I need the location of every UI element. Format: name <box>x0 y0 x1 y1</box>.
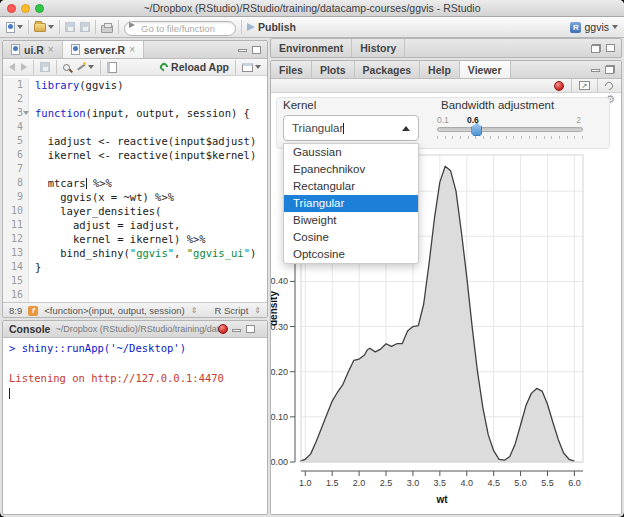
tab-ui-r[interactable]: ui.R × <box>3 41 63 58</box>
close-window-button[interactable] <box>7 4 16 13</box>
bandwidth-slider[interactable]: 0.1 0.6 2 <box>437 115 583 143</box>
restore-pane-icon[interactable] <box>591 44 601 53</box>
code-text <box>29 288 35 302</box>
stop-app-icon[interactable] <box>554 81 564 91</box>
minimize-pane-icon[interactable] <box>238 49 247 52</box>
line-number: 3 <box>3 106 29 120</box>
kernel-option[interactable]: Triangular <box>284 195 418 212</box>
save-button[interactable] <box>65 22 75 32</box>
kernel-option[interactable]: Gaussian <box>284 144 418 161</box>
save-source-button[interactable] <box>40 62 50 72</box>
new-file-button[interactable] <box>6 22 23 33</box>
slider-track[interactable] <box>437 127 583 132</box>
kernel-option[interactable]: Biweight <box>284 212 418 229</box>
line-number: 4 <box>3 120 29 134</box>
kernel-option[interactable]: Epanechnikov <box>284 161 418 178</box>
kernel-option[interactable]: Cosine <box>284 229 418 246</box>
console-output[interactable]: > shiny::runApp('~/Desktop') Listening o… <box>3 338 267 404</box>
code-tools-button[interactable] <box>76 62 94 72</box>
code-text: library(ggvis) <box>29 78 124 92</box>
code-line[interactable]: 16 <box>3 288 267 302</box>
maximize-pane-icon[interactable] <box>246 325 255 333</box>
save-all-button[interactable] <box>80 22 90 32</box>
forward-icon[interactable] <box>21 63 27 71</box>
file-type-chevrons-icon: ⇕ <box>254 306 261 315</box>
tab-help[interactable]: Help <box>420 61 460 78</box>
tab-label: Plots <box>320 64 346 76</box>
console-title[interactable]: Console <box>9 323 50 335</box>
toolbar-separator <box>100 60 101 74</box>
run-options-button[interactable] <box>242 63 261 72</box>
code-text <box>29 120 35 134</box>
code-line[interactable]: 2 <box>3 92 267 106</box>
toolbar-separator <box>95 20 96 34</box>
fold-icon[interactable] <box>23 111 29 115</box>
code-line[interactable]: 7 <box>3 162 267 176</box>
tab-environment[interactable]: Environment <box>271 39 352 57</box>
tab-server-r[interactable]: server.R × <box>63 41 144 58</box>
publish-button[interactable]: Publish <box>247 21 296 33</box>
code-line[interactable]: 10 layer_densities( <box>3 204 267 218</box>
kernel-option[interactable]: Optcosine <box>284 246 418 263</box>
viewer-toolbar: ↗ <box>271 79 621 93</box>
compile-notebook-icon[interactable] <box>107 62 117 73</box>
maximize-pane-icon[interactable] <box>252 46 261 54</box>
code-line[interactable]: 5 iadjust <- reactive(input$adjust) <box>3 134 267 148</box>
file-type-selector[interactable]: R Script <box>215 305 249 316</box>
open-file-button[interactable] <box>34 23 54 32</box>
open-in-new-window-icon[interactable]: ↗ <box>579 81 590 90</box>
code-line[interactable]: 4 <box>3 120 267 134</box>
chevron-down-icon <box>48 25 54 29</box>
toolbar-separator <box>235 60 236 74</box>
pane-buttons <box>238 41 267 58</box>
goto-arrow-icon <box>129 22 135 28</box>
tab-packages[interactable]: Packages <box>355 61 420 78</box>
close-tab-icon[interactable]: × <box>48 44 54 55</box>
code-editor[interactable]: 1library(ggvis)23function(input, output,… <box>3 76 267 302</box>
code-line[interactable]: 3function(input, output, session) { <box>3 106 267 120</box>
minimize-pane-icon[interactable] <box>591 69 600 72</box>
tab-label: server.R <box>84 44 125 56</box>
kernel-select[interactable]: Triangular <box>283 115 419 141</box>
restore-pane-icon[interactable] <box>605 65 615 74</box>
reload-icon <box>158 61 169 72</box>
minimize-pane-icon[interactable] <box>232 329 241 332</box>
kernel-option[interactable]: Rectangular <box>284 178 418 195</box>
code-text <box>29 162 35 176</box>
minimize-window-button[interactable] <box>21 4 30 13</box>
kernel-label: Kernel <box>283 99 316 111</box>
refresh-icon[interactable] <box>603 80 614 91</box>
svg-text:wt: wt <box>435 494 448 505</box>
stop-icon[interactable] <box>218 324 228 334</box>
svg-text:3.0: 3.0 <box>407 478 420 488</box>
code-text: function(input, output, session) { <box>29 106 250 120</box>
line-number: 10 <box>3 204 29 218</box>
bandwidth-label: Bandwidth adjustment <box>441 99 554 111</box>
close-tab-icon[interactable]: × <box>129 44 135 55</box>
tab-viewer[interactable]: Viewer <box>460 61 511 78</box>
code-line[interactable]: 14} <box>3 260 267 274</box>
code-line[interactable]: 15 <box>3 274 267 288</box>
project-menu-button[interactable]: R ggvis <box>570 21 618 33</box>
toolbar-separator <box>59 20 60 34</box>
tab-label: History <box>360 42 396 54</box>
zoom-window-button[interactable] <box>35 4 44 13</box>
find-icon[interactable] <box>63 64 70 71</box>
code-line[interactable]: 8 mtcars %>% <box>3 176 267 190</box>
goto-file-input[interactable] <box>124 21 236 36</box>
code-line[interactable]: 6 ikernel <- reactive(input$kernel) <box>3 148 267 162</box>
code-line[interactable]: 13 bind_shiny("ggvis", "ggvis_ui") <box>3 246 267 260</box>
back-icon[interactable] <box>9 63 15 71</box>
slider-ticks <box>437 136 583 139</box>
maximize-pane-icon[interactable] <box>606 44 615 52</box>
print-button[interactable] <box>101 25 113 33</box>
reload-app-button[interactable]: Reload App <box>160 61 229 73</box>
tab-history[interactable]: History <box>352 39 405 57</box>
scope-selector[interactable]: <function>(input, output, session) <box>44 305 184 316</box>
code-line[interactable]: 1library(ggvis) <box>3 78 267 92</box>
tab-plots[interactable]: Plots <box>312 61 355 78</box>
code-line[interactable]: 12 kernel = ikernel) %>% <box>3 232 267 246</box>
code-line[interactable]: 9 ggvis(x = ~wt) %>% <box>3 190 267 204</box>
tab-files[interactable]: Files <box>271 61 312 78</box>
code-line[interactable]: 11 adjust = iadjust, <box>3 218 267 232</box>
